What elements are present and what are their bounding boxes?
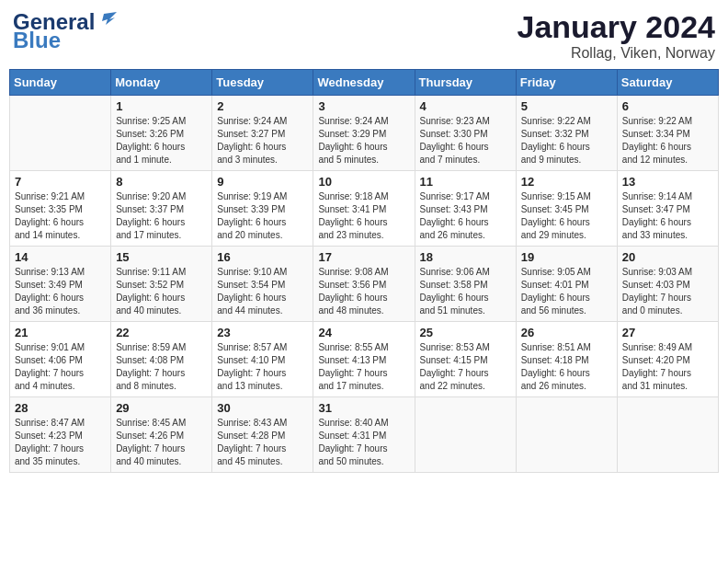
day-number: 15 [116,250,207,264]
day-header-monday: Monday [111,70,212,96]
page-subtitle: Rollag, Viken, Norway [518,45,716,62]
day-number: 28 [15,401,106,415]
calendar-cell: 15Sunrise: 9:11 AMSunset: 3:52 PMDayligh… [111,247,212,322]
day-number: 22 [116,326,207,339]
calendar-cell: 5Sunrise: 9:22 AMSunset: 3:32 PMDaylight… [516,96,617,171]
calendar-table: SundayMondayTuesdayWednesdayThursdayFrid… [9,69,719,473]
day-number: 25 [420,326,511,339]
calendar-header-row: SundayMondayTuesdayWednesdayThursdayFrid… [10,70,719,96]
day-number: 26 [521,326,612,339]
calendar-cell: 16Sunrise: 9:10 AMSunset: 3:54 PMDayligh… [212,247,313,322]
calendar-cell: 24Sunrise: 8:55 AMSunset: 4:13 PMDayligh… [313,322,415,397]
day-info: Sunrise: 9:05 AMSunset: 4:01 PMDaylight:… [521,266,612,317]
day-number: 6 [622,99,713,113]
calendar-cell: 29Sunrise: 8:45 AMSunset: 4:26 PMDayligh… [111,397,212,473]
day-info: Sunrise: 9:08 AMSunset: 3:56 PMDaylight:… [318,266,409,317]
calendar-cell: 19Sunrise: 9:05 AMSunset: 4:01 PMDayligh… [516,247,617,322]
calendar-cell: 6Sunrise: 9:22 AMSunset: 3:34 PMDaylight… [617,96,718,171]
calendar-cell: 26Sunrise: 8:51 AMSunset: 4:18 PMDayligh… [516,322,617,397]
day-info: Sunrise: 8:51 AMSunset: 4:18 PMDaylight:… [521,341,612,393]
calendar-cell: 17Sunrise: 9:08 AMSunset: 3:56 PMDayligh… [313,247,415,322]
day-info: Sunrise: 9:24 AMSunset: 3:27 PMDaylight:… [217,115,308,167]
page-header: General Blue January 2024 Rollag, Viken,… [9,9,719,62]
logo-bird-icon [97,10,117,30]
day-header-thursday: Thursday [415,70,516,96]
calendar-cell: 1Sunrise: 9:25 AMSunset: 3:26 PMDaylight… [111,96,212,171]
day-header-friday: Friday [516,70,617,96]
day-info: Sunrise: 9:17 AMSunset: 3:43 PMDaylight:… [420,190,511,242]
day-info: Sunrise: 9:21 AMSunset: 3:35 PMDaylight:… [15,190,106,242]
day-number: 18 [420,250,511,264]
calendar-cell: 3Sunrise: 9:24 AMSunset: 3:29 PMDaylight… [313,96,415,171]
day-info: Sunrise: 8:49 AMSunset: 4:20 PMDaylight:… [622,341,713,393]
day-number: 1 [116,99,207,113]
day-info: Sunrise: 8:55 AMSunset: 4:13 PMDaylight:… [318,341,409,393]
day-info: Sunrise: 9:22 AMSunset: 3:32 PMDaylight:… [521,115,612,167]
day-info: Sunrise: 9:23 AMSunset: 3:30 PMDaylight:… [420,115,511,167]
day-info: Sunrise: 9:06 AMSunset: 3:58 PMDaylight:… [420,266,511,317]
calendar-cell: 21Sunrise: 9:01 AMSunset: 4:06 PMDayligh… [10,322,111,397]
calendar-cell [415,397,516,473]
calendar-cell: 22Sunrise: 8:59 AMSunset: 4:08 PMDayligh… [111,322,212,397]
day-info: Sunrise: 9:20 AMSunset: 3:37 PMDaylight:… [116,190,207,242]
day-info: Sunrise: 8:43 AMSunset: 4:28 PMDaylight:… [217,417,308,468]
calendar-cell: 27Sunrise: 8:49 AMSunset: 4:20 PMDayligh… [617,322,718,397]
day-info: Sunrise: 9:01 AMSunset: 4:06 PMDaylight:… [15,341,106,393]
day-header-tuesday: Tuesday [212,70,313,96]
day-info: Sunrise: 9:18 AMSunset: 3:41 PMDaylight:… [318,190,409,242]
calendar-cell: 28Sunrise: 8:47 AMSunset: 4:23 PMDayligh… [10,397,111,473]
calendar-cell: 9Sunrise: 9:19 AMSunset: 3:39 PMDaylight… [212,171,313,247]
day-number: 12 [521,175,612,189]
calendar-week-5: 28Sunrise: 8:47 AMSunset: 4:23 PMDayligh… [10,397,719,473]
day-header-sunday: Sunday [10,70,111,96]
day-info: Sunrise: 9:14 AMSunset: 3:47 PMDaylight:… [622,190,713,242]
calendar-cell [617,397,718,473]
day-info: Sunrise: 9:13 AMSunset: 3:49 PMDaylight:… [15,266,106,317]
day-number: 24 [318,326,409,339]
day-number: 19 [521,250,612,264]
day-info: Sunrise: 8:57 AMSunset: 4:10 PMDaylight:… [217,341,308,393]
day-info: Sunrise: 9:15 AMSunset: 3:45 PMDaylight:… [521,190,612,242]
calendar-cell: 11Sunrise: 9:17 AMSunset: 3:43 PMDayligh… [415,171,516,247]
calendar-cell: 14Sunrise: 9:13 AMSunset: 3:49 PMDayligh… [10,247,111,322]
calendar-cell: 20Sunrise: 9:03 AMSunset: 4:03 PMDayligh… [617,247,718,322]
calendar-cell: 18Sunrise: 9:06 AMSunset: 3:58 PMDayligh… [415,247,516,322]
day-number: 5 [521,99,612,113]
day-info: Sunrise: 8:45 AMSunset: 4:26 PMDaylight:… [116,417,207,468]
day-info: Sunrise: 9:03 AMSunset: 4:03 PMDaylight:… [622,266,713,317]
calendar-cell: 2Sunrise: 9:24 AMSunset: 3:27 PMDaylight… [212,96,313,171]
calendar-cell [516,397,617,473]
calendar-cell: 23Sunrise: 8:57 AMSunset: 4:10 PMDayligh… [212,322,313,397]
day-info: Sunrise: 8:40 AMSunset: 4:31 PMDaylight:… [318,417,409,468]
day-info: Sunrise: 9:11 AMSunset: 3:52 PMDaylight:… [116,266,207,317]
day-info: Sunrise: 9:25 AMSunset: 3:26 PMDaylight:… [116,115,207,167]
day-number: 13 [622,175,713,189]
day-header-wednesday: Wednesday [313,70,415,96]
calendar-cell: 8Sunrise: 9:20 AMSunset: 3:37 PMDaylight… [111,171,212,247]
day-number: 16 [217,250,308,264]
logo-blue-text: Blue [13,28,61,53]
day-number: 7 [15,175,106,189]
day-info: Sunrise: 8:59 AMSunset: 4:08 PMDaylight:… [116,341,207,393]
day-info: Sunrise: 8:53 AMSunset: 4:15 PMDaylight:… [420,341,511,393]
day-number: 23 [217,326,308,339]
calendar-cell: 30Sunrise: 8:43 AMSunset: 4:28 PMDayligh… [212,397,313,473]
day-number: 17 [318,250,409,264]
svg-marker-0 [102,12,117,25]
day-info: Sunrise: 9:22 AMSunset: 3:34 PMDaylight:… [622,115,713,167]
day-number: 30 [217,401,308,415]
calendar-cell: 25Sunrise: 8:53 AMSunset: 4:15 PMDayligh… [415,322,516,397]
day-number: 20 [622,250,713,264]
title-block: January 2024 Rollag, Viken, Norway [518,9,716,62]
day-number: 21 [15,326,106,339]
day-header-saturday: Saturday [617,70,718,96]
day-number: 8 [116,175,207,189]
calendar-cell: 12Sunrise: 9:15 AMSunset: 3:45 PMDayligh… [516,171,617,247]
day-number: 2 [217,99,308,113]
calendar-week-4: 21Sunrise: 9:01 AMSunset: 4:06 PMDayligh… [10,322,719,397]
day-number: 4 [420,99,511,113]
calendar-week-3: 14Sunrise: 9:13 AMSunset: 3:49 PMDayligh… [10,247,719,322]
calendar-cell: 31Sunrise: 8:40 AMSunset: 4:31 PMDayligh… [313,397,415,473]
day-number: 9 [217,175,308,189]
page-title: January 2024 [518,9,716,45]
